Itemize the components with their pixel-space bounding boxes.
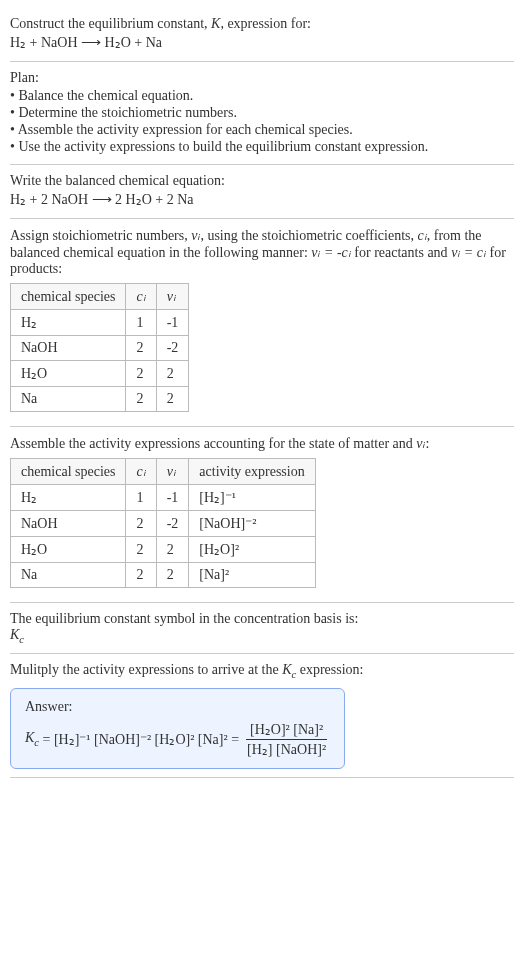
kc-denominator: [H₂] [NaOH]² xyxy=(243,740,330,758)
cell: -1 xyxy=(156,485,189,511)
cell: H₂O xyxy=(11,537,126,563)
table-row: H₂ 1 -1 xyxy=(11,310,189,336)
kc-numerator: [H₂O]² [Na]² xyxy=(246,721,327,740)
intro-equation: H₂ + NaOH ⟶ H₂O + Na xyxy=(10,34,514,51)
table-row: Na 2 2 [Na]² xyxy=(11,563,316,588)
stoich-h1: chemical species xyxy=(11,284,126,310)
activity-table: chemical species cᵢ νᵢ activity expressi… xyxy=(10,458,316,588)
plan-item-1: • Balance the chemical equation. xyxy=(10,88,514,104)
cell: [H₂]⁻¹ xyxy=(189,485,315,511)
stoich-p4: for reactants and xyxy=(351,245,451,260)
balanced-text: Write the balanced chemical equation: xyxy=(10,173,514,189)
activity-h1: chemical species xyxy=(11,459,126,485)
plan-item-2: • Determine the stoichiometric numbers. xyxy=(10,105,514,121)
nu-symbol: νᵢ xyxy=(416,436,425,451)
table-row: Na 2 2 xyxy=(11,387,189,412)
table-row: H₂O 2 2 xyxy=(11,361,189,387)
answer-box: Answer: Kc = [H₂]⁻¹ [NaOH]⁻² [H₂O]² [Na]… xyxy=(10,688,345,769)
kc-k: K xyxy=(10,627,19,642)
table-row: NaOH 2 -2 xyxy=(11,336,189,361)
cell: 1 xyxy=(126,310,156,336)
cell: 2 xyxy=(156,361,189,387)
balanced-equation: H₂ + 2 NaOH ⟶ 2 H₂O + 2 Na xyxy=(10,191,514,208)
ci-symbol: cᵢ xyxy=(418,228,427,243)
final-section: Mulitply the activity expressions to arr… xyxy=(10,654,514,778)
cell: 2 xyxy=(126,336,156,361)
cell: 2 xyxy=(156,563,189,588)
final-paragraph: Mulitply the activity expressions to arr… xyxy=(10,662,514,680)
intro-text-a: Construct the equilibrium constant, xyxy=(10,16,211,31)
cell: H₂O xyxy=(11,361,126,387)
stoich-section: Assign stoichiometric numbers, νᵢ, using… xyxy=(10,219,514,427)
final-text-b: expression: xyxy=(296,662,363,677)
cell: NaOH xyxy=(11,336,126,361)
kc-symbol: Kc xyxy=(10,627,514,645)
intro-text-b: , expression for: xyxy=(220,16,311,31)
cell: -2 xyxy=(156,511,189,537)
cell: 2 xyxy=(126,563,156,588)
activity-h2: cᵢ xyxy=(126,459,156,485)
plan-section: Plan: • Balance the chemical equation. •… xyxy=(10,62,514,165)
cell: 2 xyxy=(126,537,156,563)
table-row: H₂ 1 -1 [H₂]⁻¹ xyxy=(11,485,316,511)
cell: H₂ xyxy=(11,310,126,336)
stoich-eq2: νᵢ = cᵢ xyxy=(451,245,486,260)
symbol-section: The equilibrium constant symbol in the c… xyxy=(10,603,514,654)
plan-item-3: • Assemble the activity expression for e… xyxy=(10,122,514,138)
cell: 2 xyxy=(156,537,189,563)
kc-expression: Kc = [H₂]⁻¹ [NaOH]⁻² [H₂O]² [Na]² = [H₂O… xyxy=(25,721,330,758)
plan-item-4: • Use the activity expressions to build … xyxy=(10,139,514,155)
cell: H₂ xyxy=(11,485,126,511)
table-header-row: chemical species cᵢ νᵢ xyxy=(11,284,189,310)
stoich-eq1: νᵢ = -cᵢ xyxy=(311,245,351,260)
cell: 2 xyxy=(126,387,156,412)
kc-k: K xyxy=(25,730,34,745)
kc-fraction: [H₂O]² [Na]² [H₂] [NaOH]² xyxy=(243,721,330,758)
stoich-p2: , using the stoichiometric coefficients, xyxy=(200,228,417,243)
intro-section: Construct the equilibrium constant, K, e… xyxy=(10,8,514,62)
cell: 2 xyxy=(156,387,189,412)
cell: NaOH xyxy=(11,511,126,537)
cell: [NaOH]⁻² xyxy=(189,511,315,537)
cell: 1 xyxy=(126,485,156,511)
activity-h3: νᵢ xyxy=(156,459,189,485)
cell: 2 xyxy=(126,361,156,387)
table-row: NaOH 2 -2 [NaOH]⁻² xyxy=(11,511,316,537)
symbol-text: The equilibrium constant symbol in the c… xyxy=(10,611,514,627)
intro-line1: Construct the equilibrium constant, K, e… xyxy=(10,16,514,32)
stoich-p1: Assign stoichiometric numbers, xyxy=(10,228,191,243)
plan-title: Plan: xyxy=(10,70,514,86)
answer-label: Answer: xyxy=(25,699,330,715)
activity-section: Assemble the activity expressions accoun… xyxy=(10,427,514,603)
cell: [H₂O]² xyxy=(189,537,315,563)
stoich-table: chemical species cᵢ νᵢ H₂ 1 -1 NaOH 2 -2… xyxy=(10,283,189,412)
kc-product: = [H₂]⁻¹ [NaOH]⁻² [H₂O]² [Na]² = xyxy=(39,731,239,748)
table-row: H₂O 2 2 [H₂O]² xyxy=(11,537,316,563)
activity-h4: activity expression xyxy=(189,459,315,485)
stoich-h3: νᵢ xyxy=(156,284,189,310)
cell: -1 xyxy=(156,310,189,336)
kc-lhs: Kc xyxy=(25,730,39,748)
cell: [Na]² xyxy=(189,563,315,588)
final-text-a: Mulitply the activity expressions to arr… xyxy=(10,662,282,677)
cell: 2 xyxy=(126,511,156,537)
stoich-paragraph: Assign stoichiometric numbers, νᵢ, using… xyxy=(10,227,514,277)
cell: Na xyxy=(11,387,126,412)
k-symbol: K xyxy=(211,16,220,31)
table-header-row: chemical species cᵢ νᵢ activity expressi… xyxy=(11,459,316,485)
cell: Na xyxy=(11,563,126,588)
balanced-section: Write the balanced chemical equation: H₂… xyxy=(10,165,514,219)
kc-k: K xyxy=(282,662,291,677)
activity-text-b: : xyxy=(426,436,430,451)
activity-text-a: Assemble the activity expressions accoun… xyxy=(10,436,416,451)
kc-sub: c xyxy=(19,634,24,645)
cell: -2 xyxy=(156,336,189,361)
activity-paragraph: Assemble the activity expressions accoun… xyxy=(10,435,514,452)
stoich-h2: cᵢ xyxy=(126,284,156,310)
